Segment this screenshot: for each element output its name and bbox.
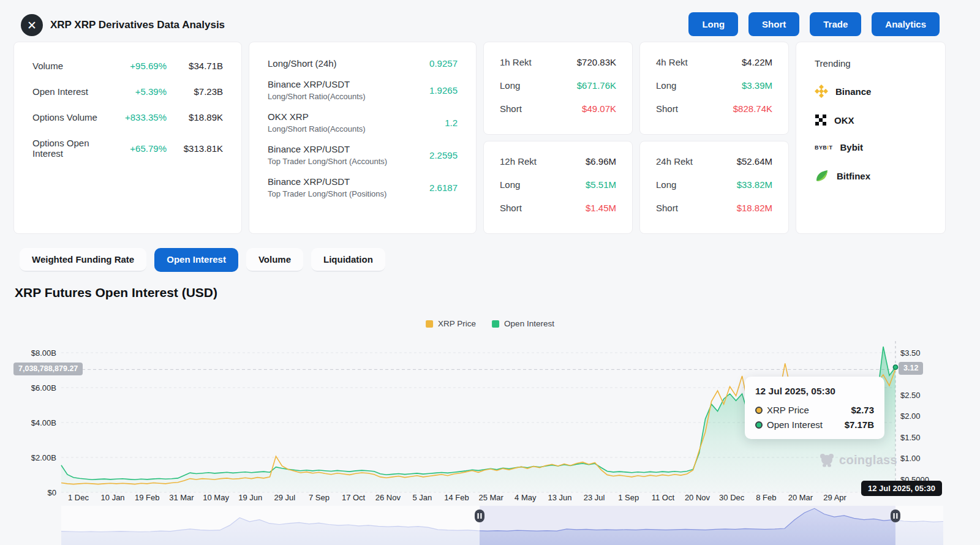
watermark-text: coinglass	[839, 453, 897, 467]
stat-label: Open Interest	[32, 86, 113, 97]
x-axis-tick: 4 May	[514, 493, 537, 502]
rekt-column-right: 4h Rekt$4.22M Long$3.39M Short$828.74K 2…	[639, 42, 789, 234]
navigator-selected-range[interactable]	[480, 506, 895, 545]
open-interest-swatch	[492, 320, 499, 328]
tab-weighted-funding-rate[interactable]: Weighted Funding Rate	[20, 248, 146, 272]
x-axis-tick: 29 Apr	[823, 493, 846, 502]
stat-label: Options Volume	[32, 112, 113, 122]
legend-label: XRP Price	[438, 319, 476, 328]
y-axis-right-tick: $2.50	[900, 391, 921, 400]
x-axis-tick: 1 Dec	[68, 493, 89, 502]
trending-item-bitfinex[interactable]: Bitfinex	[815, 168, 927, 183]
header-actions: Long Short Trade Analytics	[688, 12, 940, 36]
rekt-column-left: 1h Rekt$720.83K Long$671.76K Short$49.07…	[483, 42, 633, 234]
rekt-long-value: $33.82M	[737, 179, 772, 190]
stats-cards-row: Volume +95.69% $34.71B Open Interest +5.…	[13, 42, 946, 234]
ratio-value: 1.2	[445, 118, 458, 128]
stat-change: +833.35%	[113, 112, 167, 122]
rekt-short-value: $828.74K	[733, 103, 772, 114]
chart-tooltip: 12 Jul 2025, 05:30 XRP Price $2.73 Open …	[745, 377, 884, 439]
rekt-long-value: $5.51M	[586, 179, 616, 190]
y-axis-left-tick: $2.00B	[31, 453, 56, 462]
trending-item-bybit[interactable]: BYB!T Bybit	[815, 142, 927, 152]
rekt-long-label: Long	[500, 80, 520, 91]
ratio-label: OKX XRP	[268, 111, 445, 122]
coinglass-watermark: coinglass	[819, 453, 897, 467]
trade-button[interactable]: Trade	[810, 12, 861, 36]
tooltip-series-name: XRP Price	[767, 405, 851, 415]
x-axis-tick: 1 Sep	[618, 493, 639, 502]
x-axis-tick: 10 Jan	[101, 493, 125, 502]
chart-tabs: Weighted Funding Rate Open Interest Volu…	[20, 248, 385, 272]
tab-open-interest[interactable]: Open Interest	[154, 248, 238, 272]
ratio-row-24h: Long/Short (24h) 0.9257	[268, 58, 458, 69]
stat-value: $7.23B	[167, 86, 223, 97]
x-axis-tick: 7 Sep	[309, 493, 330, 502]
navigator-handle-right[interactable]	[891, 509, 900, 522]
rekt-long-value: $3.39M	[742, 80, 772, 91]
okx-icon	[815, 114, 827, 126]
x-axis-tick: 20 Nov	[685, 493, 710, 502]
short-button[interactable]: Short	[748, 12, 799, 36]
rekt-total: $4.22M	[742, 57, 772, 67]
open-interest-dot-icon	[755, 421, 763, 429]
y-axis-right-tick: $1.50	[900, 433, 921, 442]
ratio-value: 1.9265	[429, 85, 458, 96]
rekt-period: 4h Rekt	[656, 57, 688, 67]
rekt-long-label: Long	[656, 80, 676, 91]
trending-item-okx[interactable]: OKX	[815, 114, 927, 126]
page-title: XRP XRP Derivatives Data Analysis	[50, 19, 225, 31]
x-axis-tick: 26 Nov	[375, 493, 401, 502]
rekt-long-label: Long	[656, 179, 676, 190]
y-axis-left-tick: $0	[48, 488, 56, 497]
exchange-name: Binance	[835, 86, 871, 97]
ratio-row-binance-top-positions: Binance XRP/USDT Top Trader Long/Short (…	[268, 176, 458, 198]
ratio-label: Binance XRP/USDT	[268, 79, 429, 89]
legend-label: Open Interest	[504, 319, 554, 328]
stat-value: $18.89K	[167, 112, 223, 122]
analytics-button[interactable]: Analytics	[872, 12, 940, 36]
market-stats-card: Volume +95.69% $34.71B Open Interest +5.…	[13, 42, 242, 234]
rekt-short-label: Short	[656, 203, 678, 213]
ratio-sublabel: Top Trader Long/Short (Positions)	[268, 189, 429, 198]
last-price-badge: 3.12	[899, 362, 923, 375]
x-axis-tick: 20 Mar	[788, 493, 813, 502]
rekt-short-label: Short	[656, 103, 678, 114]
main-chart-area: $8.00B$6.00B$4.00B$2.00B$0$3.50$2.50$2.0…	[0, 334, 980, 506]
stat-row-open-interest: Open Interest +5.39% $7.23B	[32, 86, 223, 97]
ratio-row-binance-top-accounts: Binance XRP/USDT Top Trader Long/Short (…	[268, 144, 458, 166]
bitfinex-icon	[815, 168, 829, 183]
rekt-period: 24h Rekt	[656, 156, 693, 167]
trending-item-binance[interactable]: Binance	[815, 85, 927, 98]
stat-change: +95.69%	[113, 61, 167, 71]
ratio-row-okx-accounts: OKX XRP Long/Short Ratio(Accounts) 1.2	[268, 111, 458, 133]
x-axis-tick: 5 Jan	[412, 493, 432, 502]
rekt-period: 1h Rekt	[500, 57, 532, 67]
legend-item-xrp-price[interactable]: XRP Price	[426, 319, 476, 328]
ratio-label: Binance XRP/USDT	[268, 144, 429, 154]
chart-navigator[interactable]	[0, 506, 980, 545]
tab-liquidation[interactable]: Liquidation	[311, 248, 385, 272]
tooltip-series-value: $7.17B	[845, 419, 874, 430]
legend-item-open-interest[interactable]: Open Interest	[492, 319, 554, 328]
rekt-1h-card: 1h Rekt$720.83K Long$671.76K Short$49.07…	[483, 42, 633, 135]
rekt-short-value: $1.45M	[586, 203, 616, 213]
y-axis-right-tick: $1.00	[900, 454, 921, 463]
pause-icon	[896, 513, 897, 519]
x-axis-cursor-label: 12 Jul 2025, 05:30	[861, 481, 942, 496]
navigator-handle-left[interactable]	[475, 509, 484, 522]
ratio-sublabel: Long/Short Ratio(Accounts)	[268, 92, 429, 101]
rekt-12h-card: 12h Rekt$6.96M Long$5.51M Short$1.45M	[483, 141, 633, 234]
trending-card: Trending Binance	[796, 42, 946, 234]
navigator-canvas[interactable]	[0, 506, 980, 545]
rekt-long-label: Long	[500, 179, 520, 190]
stat-value: $34.71B	[167, 61, 223, 71]
tab-volume[interactable]: Volume	[246, 248, 303, 272]
rekt-total: $720.83K	[577, 57, 616, 67]
x-axis-tick: 17 Oct	[342, 493, 366, 502]
long-button[interactable]: Long	[688, 12, 738, 36]
x-axis-tick: 19 Feb	[135, 493, 159, 502]
x-axis-tick: 8 Feb	[756, 493, 776, 502]
navigator-unselected-left	[61, 506, 480, 545]
tooltip-row-open-interest: Open Interest $7.17B	[755, 419, 874, 430]
